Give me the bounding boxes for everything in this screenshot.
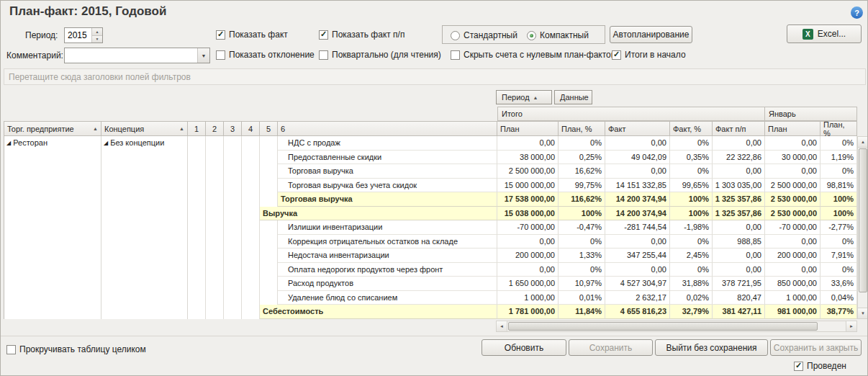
comment-input[interactable] [65, 48, 197, 63]
value-cell[interactable]: 11,84% [559, 305, 605, 319]
value-cell[interactable]: 0,00 [605, 136, 670, 151]
row-label-cell[interactable]: Торговая выручка без учета скидок [278, 179, 497, 193]
row-label-cell[interactable]: Недостача инвентаризации [278, 249, 497, 263]
row-label-cell[interactable]: Предоставленные скидки [278, 151, 497, 165]
value-cell[interactable]: 16,62% [559, 164, 605, 179]
field-button-data[interactable]: Данные [554, 90, 592, 104]
table-row[interactable]: Излишки инвентаризации-70 000,00-0,47%-2… [188, 220, 857, 235]
value-cell[interactable]: -70 000,00 [497, 220, 559, 235]
value-cell[interactable]: 15 038 000,00 [497, 207, 559, 221]
value-cell[interactable]: 2 530 000,00 [765, 192, 820, 207]
value-cell[interactable]: 14 200 374,94 [605, 207, 670, 221]
radio-standard[interactable]: Стандартный [451, 30, 517, 40]
value-cell[interactable]: 0,35% [670, 151, 713, 165]
value-cell[interactable]: 0,00 [497, 235, 559, 249]
table-row[interactable]: Расход продуктов1 650 000,0010,97%4 527 … [188, 277, 857, 291]
value-cell[interactable]: 0,00 [605, 235, 670, 249]
scroll-down-icon[interactable]: ▼ [858, 308, 868, 318]
expand-icon[interactable]: ◢ [104, 138, 108, 148]
value-cell[interactable]: 1 000,00 [765, 291, 820, 305]
exit-without-saving-button[interactable]: Выйти без сохранения [655, 339, 768, 356]
table-group-row[interactable]: Себестоимость1 781 000,0011,84%4 655 816… [188, 305, 857, 319]
value-cell[interactable]: 0,00 [713, 263, 765, 277]
horizontal-scroll-thumb[interactable] [508, 322, 818, 331]
value-cell[interactable]: 0,00 [713, 220, 765, 235]
value-cell[interactable]: 0% [559, 136, 605, 151]
table-row[interactable]: Коррекция отрицательных остатков на скла… [188, 235, 857, 249]
value-cell[interactable]: 49 042,09 [605, 151, 670, 165]
value-cell[interactable]: 1 000,00 [497, 291, 559, 305]
table-row[interactable]: Торговая выручка без учета скидок15 000 … [188, 179, 857, 193]
tree-cell-enterprise[interactable]: ◢ Ресторан [4, 136, 101, 319]
value-cell[interactable]: 2 632,17 [605, 291, 670, 305]
column-header-data-3[interactable]: Факт, % [670, 121, 713, 136]
value-cell[interactable]: 0% [820, 235, 857, 249]
column-header-data-5[interactable]: План [765, 121, 820, 136]
value-cell[interactable]: 4 655 816,23 [605, 305, 670, 319]
value-cell[interactable]: -1,98% [670, 220, 713, 235]
value-cell[interactable]: 1 650 000,00 [497, 277, 559, 291]
column-header-concept[interactable]: Концепция▲ [101, 121, 188, 136]
scroll-up-icon[interactable]: ▲ [858, 137, 868, 148]
value-cell[interactable]: 38 000,00 [497, 151, 559, 165]
value-cell[interactable]: 30 000,00 [765, 151, 820, 165]
column-header-data-0[interactable]: План [497, 121, 559, 136]
field-button-period[interactable]: Период ▲ [496, 90, 552, 104]
vertical-scrollbar[interactable]: ▲ ▼ [857, 136, 868, 319]
value-cell[interactable]: 31,88% [670, 277, 713, 291]
column-header-trade-enterprise[interactable]: Торг. предприятие▲ [4, 121, 101, 136]
value-cell[interactable]: 0% [820, 164, 857, 179]
horizontal-scrollbar[interactable]: ◄ ► [496, 321, 857, 332]
value-cell[interactable]: 1 325 357,86 [713, 192, 765, 207]
value-cell[interactable]: 38,77% [820, 305, 857, 319]
value-cell[interactable]: 381 427,11 [713, 305, 765, 319]
value-cell[interactable]: 0,00 [765, 164, 820, 179]
table-row[interactable]: Торговая выручка2 500 000,0016,62%0,000%… [188, 164, 857, 179]
value-cell[interactable]: 988,85 [713, 235, 765, 249]
value-cell[interactable]: 1 781 000,00 [497, 305, 559, 319]
value-cell[interactable]: -0,47% [559, 220, 605, 235]
value-cell[interactable]: 0,00 [765, 263, 820, 277]
value-cell[interactable]: 0,02% [670, 291, 713, 305]
checkbox-show-fact[interactable]: Показать факт [216, 30, 288, 40]
filter-drop-zone[interactable]: Перетащите сюда заголовки полей фильтров [4, 68, 866, 85]
table-row[interactable]: Предоставленные скидки38 000,000,25%49 0… [188, 151, 857, 165]
value-cell[interactable]: 0,25% [559, 151, 605, 165]
radio-compact[interactable]: Компактный [527, 30, 589, 40]
value-cell[interactable]: 98,81% [820, 179, 857, 193]
row-label-cell[interactable]: НДС с продаж [278, 136, 497, 151]
value-cell[interactable]: 15 000 000,00 [497, 179, 559, 193]
spin-up-icon[interactable]: ▲ [92, 28, 102, 35]
value-cell[interactable]: 100% [670, 192, 713, 207]
checkbox-scroll-whole-table[interactable]: Прокручивать таблицу целиком [6, 344, 146, 354]
table-row[interactable]: Удаление блюд со списанием1 000,000,01%2… [188, 291, 857, 305]
value-cell[interactable]: 347 255,44 [605, 249, 670, 263]
period-input[interactable] [65, 28, 91, 42]
table-row[interactable]: Недостача инвентаризации200 000,001,33%3… [188, 249, 857, 263]
value-cell[interactable]: 2 500 000,00 [497, 164, 559, 179]
value-cell[interactable]: 0,00 [765, 136, 820, 151]
value-cell[interactable]: 1,33% [559, 249, 605, 263]
value-cell[interactable]: 99,65% [670, 179, 713, 193]
value-cell[interactable]: 33,6% [820, 277, 857, 291]
value-cell[interactable]: 0,00 [497, 263, 559, 277]
value-cell[interactable]: 2 500 000,00 [765, 179, 820, 193]
help-icon[interactable]: ? [851, 6, 863, 19]
value-cell[interactable]: -70 000,00 [765, 220, 820, 235]
value-cell[interactable]: 17 538 000,00 [497, 192, 559, 207]
save-and-close-button[interactable]: Сохранить и закрыть [770, 339, 862, 356]
checkbox-show-deviation[interactable]: Показать отклонение [216, 50, 315, 60]
value-cell[interactable]: 32,79% [670, 305, 713, 319]
row-label-cell[interactable]: Расход продуктов [278, 277, 497, 291]
spin-down-icon[interactable]: ▼ [92, 35, 102, 43]
value-cell[interactable]: 0,00 [765, 235, 820, 249]
value-cell[interactable]: 100% [820, 207, 857, 221]
value-cell[interactable]: 0,00 [713, 164, 765, 179]
value-cell[interactable]: 22 322,86 [713, 151, 765, 165]
row-label-cell[interactable]: Торговая выручка [278, 164, 497, 179]
value-cell[interactable]: 0% [670, 263, 713, 277]
checkbox-totals-first[interactable]: Итоги в начало [612, 50, 686, 60]
row-label-cell[interactable]: Себестоимость [260, 305, 497, 319]
value-cell[interactable]: 0,01% [559, 291, 605, 305]
value-cell[interactable]: 10,97% [559, 277, 605, 291]
